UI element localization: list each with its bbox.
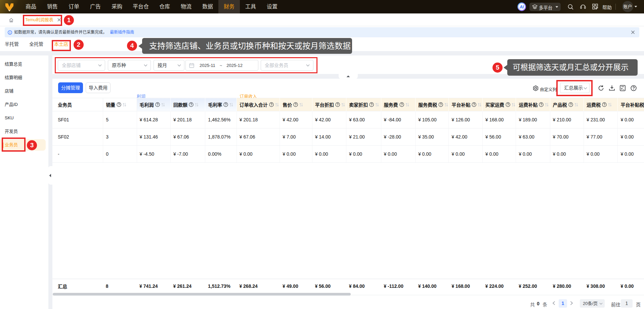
svg-text:AI: AI <box>519 5 524 9</box>
